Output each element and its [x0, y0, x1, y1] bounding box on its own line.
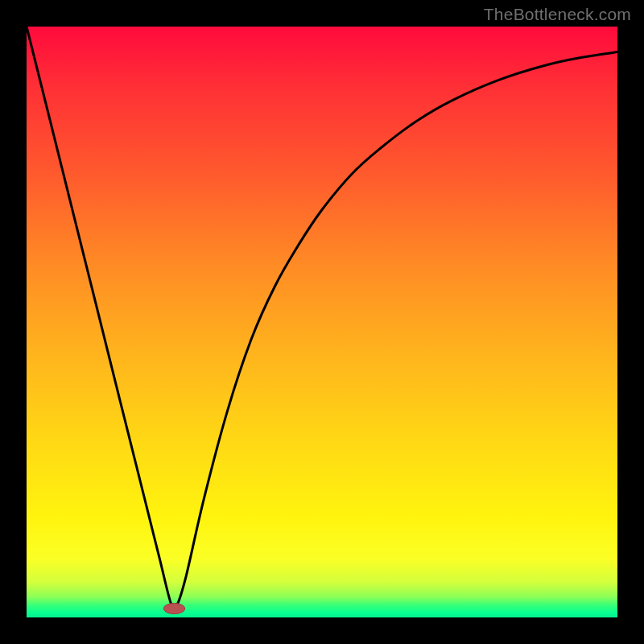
watermark-text: TheBottleneck.com	[484, 5, 631, 24]
chart-svg	[27, 27, 617, 617]
bottleneck-curve	[27, 27, 617, 609]
chart-frame: TheBottleneck.com	[0, 0, 644, 644]
optimal-point-marker	[163, 603, 184, 613]
plot-area	[27, 27, 617, 617]
